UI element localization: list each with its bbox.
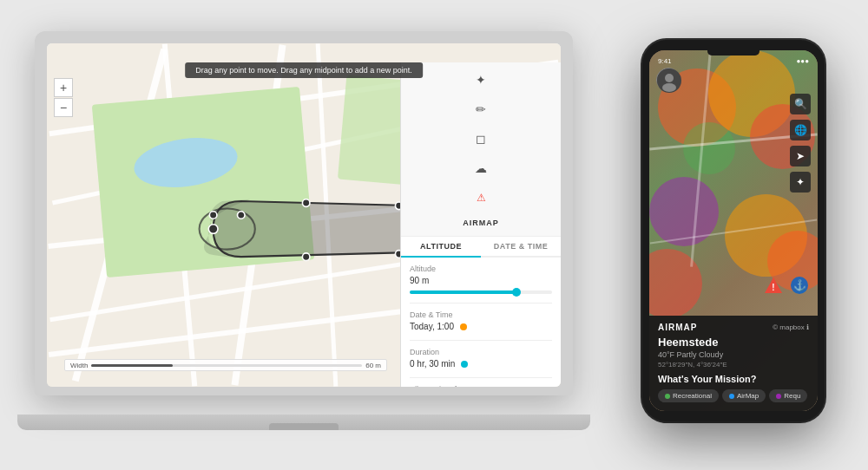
chip-requ-dot [776, 394, 781, 399]
sidebar-content: Altitude 90 m Date & Time Today, 1:0 [401, 258, 561, 387]
chip-recreational[interactable]: Recreational [658, 389, 719, 402]
svg-point-8 [237, 212, 245, 219]
phone-map-controls: 🔍 🌐 ➤ ✦ [790, 94, 811, 193]
width-value: 60 m [365, 362, 381, 369]
phone-navigate-button[interactable]: ➤ [790, 146, 811, 166]
sidebar-toolbar: ✦ ✏ ◻ ☁ ⚠ AIRMAP [401, 62, 561, 237]
airmap-logo: AIRMAP [459, 215, 503, 231]
phone-status-bar: 9:41 ●●● [658, 57, 809, 65]
datetime-value: Today, 1:00 [410, 322, 552, 331]
phone-layers-button[interactable]: ✦ [790, 172, 811, 193]
divider-3 [410, 377, 552, 378]
phone-notch [707, 50, 760, 55]
phone-coords: 52°18′29″N, 4°36′24″E [658, 361, 809, 369]
phone-mapbox: © mapbox ℹ [773, 323, 809, 331]
altitude-fill [410, 290, 516, 294]
svg-point-5 [302, 253, 310, 261]
chip-requ[interactable]: Requ [769, 389, 807, 402]
zoom-in-button[interactable]: + [54, 78, 73, 97]
width-slider-container: Width 60 m [64, 359, 387, 371]
datetime-label: Date & Time [410, 310, 552, 319]
draw-tool[interactable]: ✏ [469, 97, 493, 121]
svg-text:⚓: ⚓ [793, 278, 806, 291]
width-fill [91, 364, 173, 367]
shape-tool[interactable]: ◻ [469, 127, 493, 151]
divider-2 [410, 340, 552, 341]
tab-date[interactable]: DATE & TIME [481, 237, 561, 256]
altitude-value: 90 m [410, 276, 552, 285]
phone-globe-button[interactable]: 🌐 [790, 120, 811, 140]
chip-requ-label: Requ [784, 392, 800, 400]
duration-label: Duration [410, 348, 552, 356]
phone-location: Heemstede [658, 336, 809, 349]
phone-mission-label: What's Your Mission? [658, 374, 809, 384]
zoom-out-button[interactable]: − [54, 98, 73, 117]
tab-altitude[interactable]: ALTITUDE [401, 237, 481, 258]
instruction-bar: Drag any point to move. Drag any midpoin… [185, 62, 423, 78]
date-indicator [460, 323, 467, 330]
cursor-tool[interactable]: ✦ [469, 68, 493, 92]
laptop: New Flight Plan Drag any point to move. … [35, 31, 590, 430]
sidebar-panel: ✦ ✏ ◻ ☁ ⚠ AIRMAP ALTITUDE DATE & TIME Al… [400, 62, 561, 387]
chip-airmap-label: AirMap [737, 392, 759, 400]
warning-tool[interactable]: ⚠ [469, 186, 493, 210]
duration-indicator [461, 361, 468, 368]
phone-chips: Recreational AirMap Requ [658, 389, 809, 402]
laptop-notch [269, 423, 339, 430]
map-controls: + − [54, 78, 73, 117]
chip-recreational-dot [665, 394, 670, 399]
duration-value: 0 hr, 30 min [410, 359, 552, 369]
width-label: Width [70, 362, 88, 369]
phone-search-button[interactable]: 🔍 [790, 94, 811, 114]
svg-point-1 [302, 199, 310, 207]
chip-airmap[interactable]: AirMap [722, 389, 766, 402]
laptop-base [17, 415, 590, 430]
svg-point-11 [662, 83, 676, 92]
datetime-group: Date & Time Today, 1:00 [410, 310, 552, 331]
chip-recreational-label: Recreational [673, 392, 712, 400]
altitude-label: Altitude [410, 264, 552, 273]
phone-signal: ●●● [797, 57, 810, 65]
svg-text:!: ! [772, 283, 774, 292]
phone-anchor-icon: ⚓ [790, 276, 809, 298]
divider-1 [410, 303, 552, 304]
phone-warning-icon: ! [764, 276, 783, 298]
upload-tool[interactable]: ☁ [469, 156, 493, 180]
width-track[interactable] [91, 364, 362, 367]
duration-group: Duration 0 hr, 30 min [410, 348, 552, 369]
sidebar-tabs: ALTITUDE DATE & TIME [401, 237, 561, 258]
phone-airmap-logo: AIRMAP [658, 323, 697, 332]
scene: New Flight Plan Drag any point to move. … [17, 14, 851, 456]
phone-avatar[interactable] [656, 68, 681, 92]
phone-bottom-panel: AIRMAP © mapbox ℹ Heemstede 40°F Partly … [649, 316, 818, 411]
phone-screen: 9:41 ●●● 🔍 🌐 ➤ ✦ [649, 50, 818, 411]
svg-point-0 [208, 225, 218, 234]
svg-point-7 [209, 212, 217, 219]
chip-airmap-dot [729, 394, 734, 399]
phone-avatar-container [656, 68, 681, 92]
svg-point-10 [665, 74, 674, 82]
phone-time: 9:41 [658, 57, 672, 65]
airspace-green [683, 122, 735, 174]
phone: 9:41 ●●● 🔍 🌐 ➤ ✦ [642, 40, 825, 421]
altitude-thumb[interactable] [512, 288, 521, 297]
altitude-slider[interactable] [410, 290, 552, 294]
altitude-group: Altitude 90 m [410, 264, 552, 294]
phone-weather: 40°F Partly Cloudy [658, 350, 809, 359]
